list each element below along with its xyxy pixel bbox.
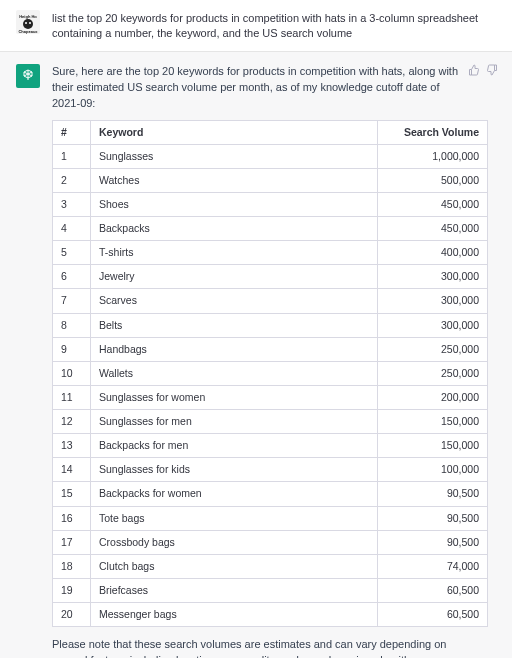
svg-point-1 — [23, 19, 33, 29]
col-num: # — [53, 120, 91, 144]
table-row: 4Backpacks450,000 — [53, 217, 488, 241]
cell-keyword: Tote bags — [91, 506, 378, 530]
table-row: 20Messenger bags60,500 — [53, 603, 488, 627]
cell-keyword: Handbags — [91, 337, 378, 361]
cell-num: 12 — [53, 410, 91, 434]
cell-volume: 60,500 — [378, 578, 488, 602]
feedback-controls — [468, 64, 498, 81]
cell-num: 19 — [53, 578, 91, 602]
table-row: 8Belts300,000 — [53, 313, 488, 337]
cell-volume: 60,500 — [378, 603, 488, 627]
cell-volume: 300,000 — [378, 313, 488, 337]
cell-num: 7 — [53, 289, 91, 313]
col-volume: Search Volume — [378, 120, 488, 144]
cell-num: 14 — [53, 458, 91, 482]
cell-volume: 250,000 — [378, 337, 488, 361]
cell-volume: 200,000 — [378, 385, 488, 409]
cell-volume: 90,500 — [378, 506, 488, 530]
cell-keyword: Backpacks for men — [91, 434, 378, 458]
cell-volume: 1,000,000 — [378, 144, 488, 168]
cell-keyword: T-shirts — [91, 241, 378, 265]
cell-volume: 90,500 — [378, 530, 488, 554]
svg-point-3 — [29, 22, 31, 24]
assistant-avatar — [16, 64, 40, 88]
svg-text:Heigh Ho: Heigh Ho — [19, 14, 37, 19]
cell-keyword: Wallets — [91, 361, 378, 385]
thumbs-up-icon[interactable] — [468, 64, 480, 81]
cell-volume: 300,000 — [378, 289, 488, 313]
user-avatar-icon: Heigh Ho Chapeaux — [16, 10, 40, 34]
table-row: 11Sunglasses for women200,000 — [53, 385, 488, 409]
table-row: 18Clutch bags74,000 — [53, 554, 488, 578]
cell-num: 8 — [53, 313, 91, 337]
cell-num: 9 — [53, 337, 91, 361]
cell-keyword: Jewelry — [91, 265, 378, 289]
cell-volume: 150,000 — [378, 434, 488, 458]
cell-volume: 100,000 — [378, 458, 488, 482]
cell-num: 10 — [53, 361, 91, 385]
table-row: 14Sunglasses for kids100,000 — [53, 458, 488, 482]
cell-keyword: Crossbody bags — [91, 530, 378, 554]
table-row: 16Tote bags90,500 — [53, 506, 488, 530]
cell-volume: 150,000 — [378, 410, 488, 434]
cell-num: 3 — [53, 192, 91, 216]
cell-num: 4 — [53, 217, 91, 241]
cell-volume: 450,000 — [378, 192, 488, 216]
cell-keyword: Sunglasses — [91, 144, 378, 168]
cell-volume: 500,000 — [378, 168, 488, 192]
cell-keyword: Backpacks — [91, 217, 378, 241]
cell-volume: 250,000 — [378, 361, 488, 385]
cell-volume: 450,000 — [378, 217, 488, 241]
user-avatar: Heigh Ho Chapeaux — [16, 10, 40, 34]
table-row: 7Scarves300,000 — [53, 289, 488, 313]
cell-num: 6 — [53, 265, 91, 289]
svg-point-2 — [25, 22, 27, 24]
table-row: 9Handbags250,000 — [53, 337, 488, 361]
table-row: 19Briefcases60,500 — [53, 578, 488, 602]
cell-keyword: Sunglasses for men — [91, 410, 378, 434]
cell-num: 13 — [53, 434, 91, 458]
table-row: 15Backpacks for women90,500 — [53, 482, 488, 506]
cell-keyword: Belts — [91, 313, 378, 337]
table-row: 12Sunglasses for men150,000 — [53, 410, 488, 434]
cell-num: 15 — [53, 482, 91, 506]
cell-num: 11 — [53, 385, 91, 409]
assistant-message: Sure, here are the top 20 keywords for p… — [0, 51, 512, 658]
assistant-logo-icon — [20, 68, 36, 84]
table-row: 2Watches500,000 — [53, 168, 488, 192]
cell-num: 16 — [53, 506, 91, 530]
thumbs-down-icon[interactable] — [486, 64, 498, 81]
cell-keyword: Watches — [91, 168, 378, 192]
cell-volume: 400,000 — [378, 241, 488, 265]
table-row: 3Shoes450,000 — [53, 192, 488, 216]
cell-keyword: Scarves — [91, 289, 378, 313]
cell-num: 18 — [53, 554, 91, 578]
cell-num: 2 — [53, 168, 91, 192]
cell-keyword: Briefcases — [91, 578, 378, 602]
col-keyword: Keyword — [91, 120, 378, 144]
svg-text:Chapeaux: Chapeaux — [18, 29, 38, 34]
keyword-table: # Keyword Search Volume 1Sunglasses1,000… — [52, 120, 488, 628]
table-row: 10Wallets250,000 — [53, 361, 488, 385]
cell-volume: 74,000 — [378, 554, 488, 578]
table-header-row: # Keyword Search Volume — [53, 120, 488, 144]
cell-keyword: Messenger bags — [91, 603, 378, 627]
table-row: 5T-shirts400,000 — [53, 241, 488, 265]
assistant-intro: Sure, here are the top 20 keywords for p… — [52, 64, 488, 112]
user-message: Heigh Ho Chapeaux list the top 20 keywor… — [0, 0, 512, 51]
table-row: 6Jewelry300,000 — [53, 265, 488, 289]
cell-num: 17 — [53, 530, 91, 554]
cell-volume: 300,000 — [378, 265, 488, 289]
cell-keyword: Sunglasses for kids — [91, 458, 378, 482]
table-row: 1Sunglasses1,000,000 — [53, 144, 488, 168]
cell-keyword: Sunglasses for women — [91, 385, 378, 409]
cell-keyword: Backpacks for women — [91, 482, 378, 506]
assistant-note: Please note that these search volumes ar… — [52, 637, 488, 658]
cell-volume: 90,500 — [378, 482, 488, 506]
cell-keyword: Shoes — [91, 192, 378, 216]
cell-num: 1 — [53, 144, 91, 168]
user-prompt: list the top 20 keywords for products in… — [52, 10, 488, 41]
cell-num: 20 — [53, 603, 91, 627]
table-row: 13Backpacks for men150,000 — [53, 434, 488, 458]
cell-num: 5 — [53, 241, 91, 265]
